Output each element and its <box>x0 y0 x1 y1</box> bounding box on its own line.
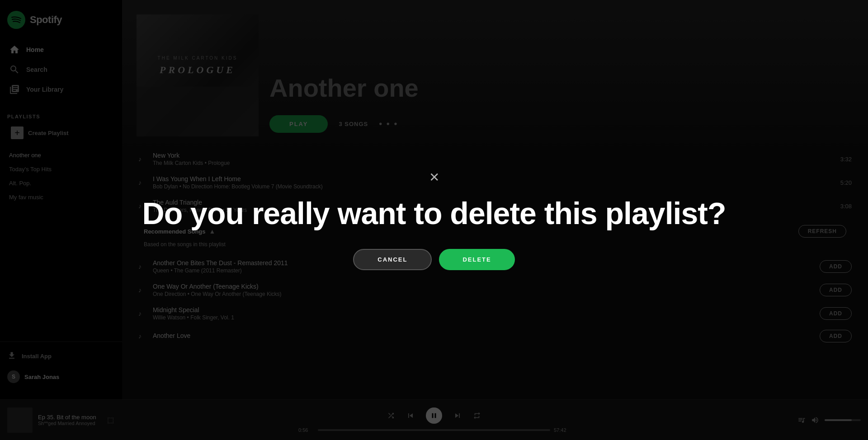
modal-cancel-button[interactable]: CANCEL <box>353 249 432 270</box>
modal-delete-button[interactable]: DELETE <box>439 249 514 270</box>
delete-modal-overlay: ✕ Do you really want to delete this play… <box>0 0 868 440</box>
modal-close-button[interactable]: ✕ <box>429 170 439 185</box>
modal-buttons: CANCEL DELETE <box>353 249 514 270</box>
modal-title: Do you really want to delete this playli… <box>142 196 726 231</box>
